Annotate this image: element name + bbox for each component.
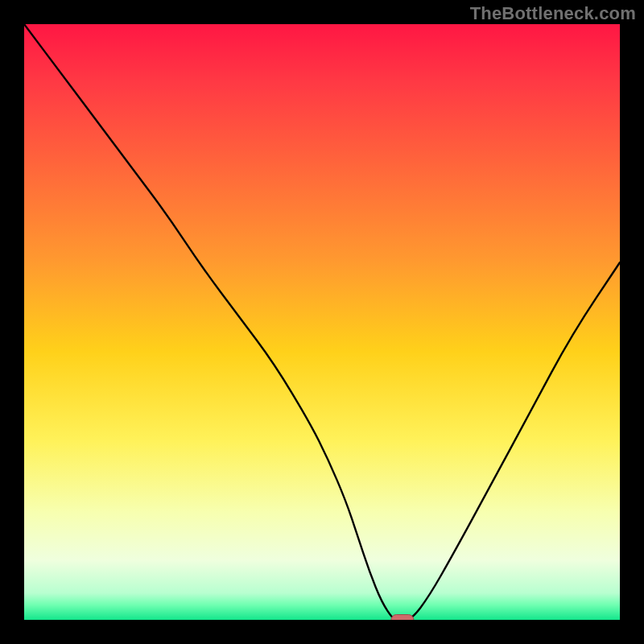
watermark-text: TheBottleneck.com [470,3,636,24]
plot-area [24,24,620,620]
bottleneck-chart [24,24,620,620]
gradient-background [24,24,620,620]
chart-frame: TheBottleneck.com [0,0,644,644]
optimal-point-marker [391,615,414,621]
